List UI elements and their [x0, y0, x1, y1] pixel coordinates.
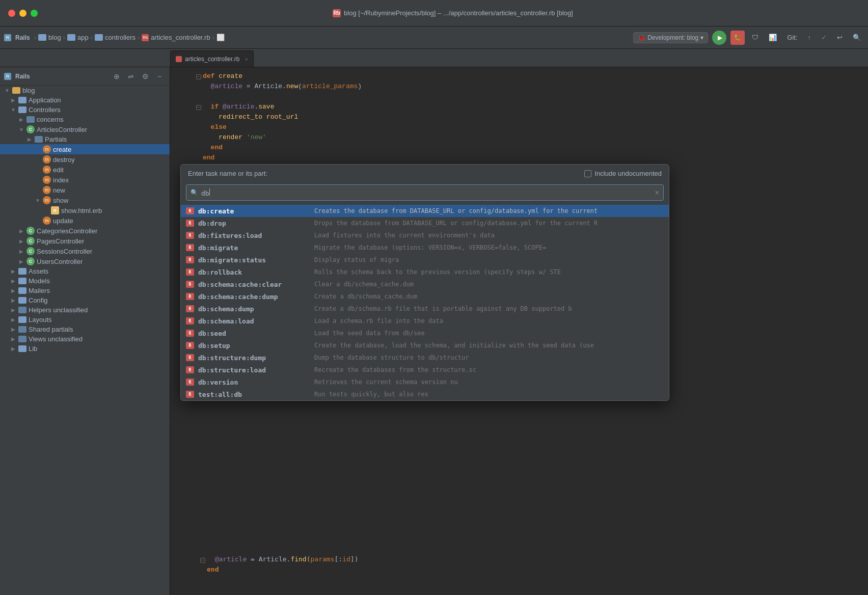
add-button[interactable]: ⊕: [111, 70, 123, 83]
editor-area[interactable]: − def create @article = Article.new(arti…: [170, 67, 868, 595]
mailers-label: Mailers: [29, 287, 50, 294]
search-input[interactable]: db: [201, 188, 652, 197]
sidebar-item-partials[interactable]: Partials: [0, 134, 170, 144]
popup-title: Enter task name or its part:: [188, 170, 267, 177]
concerns-folder-icon: [26, 116, 35, 123]
sidebar-item-controllers[interactable]: Controllers: [0, 105, 170, 115]
result-item[interactable]: db:schema:loadLoad a schema.rb file into…: [181, 315, 669, 327]
result-description: Migrate the database (options: VERSION=x…: [314, 244, 546, 251]
show-method-icon: [43, 196, 51, 204]
breadcrumb-file[interactable]: articles_controller.rb: [151, 34, 210, 41]
models-folder-icon: [18, 278, 26, 284]
sidebar-item-categories-controller[interactable]: CategoriesController: [0, 226, 170, 236]
debug-button[interactable]: 🐛: [730, 31, 745, 45]
sidebar-item-create[interactable]: create: [0, 144, 170, 154]
bug-icon: 🐞: [638, 34, 645, 41]
breadcrumb-blog[interactable]: blog: [48, 34, 61, 41]
collapse-button[interactable]: −: [153, 70, 166, 83]
sidebar-item-shared-partials[interactable]: Shared partials: [0, 324, 170, 334]
search-clear-button[interactable]: ×: [655, 188, 659, 197]
search-row: 🔍 db ×: [181, 182, 669, 205]
sidebar-item-application[interactable]: Application: [0, 95, 170, 105]
breadcrumb-app[interactable]: app: [77, 34, 89, 41]
sidebar-item-users-controller[interactable]: UsersController: [0, 256, 170, 266]
maximize-button[interactable]: [31, 10, 38, 17]
result-item[interactable]: db:rollbackRolls the schema back to the …: [181, 266, 669, 278]
sidebar-item-config[interactable]: Config: [0, 295, 170, 305]
lib-folder-icon: [18, 345, 26, 352]
result-item[interactable]: db:schema:cache:clearClear a db/schema_c…: [181, 278, 669, 290]
sidebar-item-destroy[interactable]: destroy: [0, 154, 170, 165]
sidebar-item-concerns[interactable]: concerns: [0, 115, 170, 124]
result-item[interactable]: db:migrateMigrate the database (options:…: [181, 241, 669, 254]
settings-button[interactable]: ⚙: [139, 70, 151, 83]
search-box[interactable]: 🔍 db ×: [186, 184, 664, 201]
sidebar-item-articles-controller[interactable]: ArticlesController: [0, 124, 170, 134]
result-item[interactable]: db:structure:dumpDump the database struc…: [181, 351, 669, 364]
run-button[interactable]: [712, 31, 726, 45]
sidebar-item-lib[interactable]: Lib: [0, 344, 170, 354]
run-config-selector[interactable]: 🐞 Development: blog ▾: [633, 32, 708, 43]
create-method-icon: [43, 145, 51, 153]
minimize-button[interactable]: [19, 10, 26, 17]
sidebar-item-sessions-controller[interactable]: SessionsController: [0, 246, 170, 256]
undocumented-label: Include undocumented: [594, 170, 662, 177]
tree-root-blog[interactable]: blog: [0, 86, 170, 95]
update-method-icon: [43, 217, 51, 225]
result-item[interactable]: db:migrate:statusDisplay status of migra: [181, 254, 669, 266]
result-item[interactable]: db:schema:dumpCreate a db/schema.rb file…: [181, 303, 669, 315]
code-line-7: render 'new': [170, 132, 868, 143]
sidebar[interactable]: R Rails ⊕ ⇌ ⚙ − blog Application Control…: [0, 67, 170, 595]
coverage-button[interactable]: 🛡: [749, 33, 762, 42]
git-push-button[interactable]: ↑: [805, 33, 815, 42]
models-arrow: [10, 278, 16, 284]
result-item[interactable]: db:seedLoad the seed data from db/see: [181, 327, 669, 339]
sidebar-item-helpers[interactable]: Helpers unclassified: [0, 305, 170, 315]
profiler-button[interactable]: 📊: [766, 33, 780, 42]
result-description: Load fixtures into the current environme…: [314, 232, 495, 239]
result-item[interactable]: db:schema:cache:dumpCreate a db/schema_c…: [181, 290, 669, 303]
git-undo-button[interactable]: ↩: [834, 33, 846, 42]
sidebar-item-assets[interactable]: Assets: [0, 266, 170, 276]
include-undocumented-checkbox[interactable]: [584, 170, 591, 177]
result-name: db:rollback: [198, 268, 310, 276]
chevron-down-icon: ▾: [700, 34, 703, 41]
result-item[interactable]: db:fixtures:loadLoad fixtures into the c…: [181, 229, 669, 241]
sidebar-item-pages-controller[interactable]: PagesController: [0, 236, 170, 246]
tab-close-button[interactable]: ×: [245, 56, 248, 62]
sidebar-item-index[interactable]: index: [0, 175, 170, 185]
git-check-button[interactable]: ✓: [818, 33, 830, 42]
close-button[interactable]: [8, 10, 15, 17]
breadcrumb-controllers[interactable]: controllers: [105, 34, 135, 41]
sidebar-item-edit[interactable]: edit: [0, 165, 170, 175]
fold-marker-3[interactable]: −: [200, 558, 205, 563]
fold-marker[interactable]: −: [196, 74, 201, 79]
scroll-from-source-button[interactable]: ⇌: [125, 70, 137, 83]
sidebar-item-show-erb[interactable]: R show.html.erb: [0, 205, 170, 215]
result-item[interactable]: db:createCreates the database from DATAB…: [181, 205, 669, 217]
sidebar-item-views[interactable]: Views unclassified: [0, 334, 170, 344]
layouts-arrow: [10, 317, 16, 323]
result-item[interactable]: db:versionRetrieves the current schema v…: [181, 376, 669, 388]
result-item[interactable]: db:setupCreate the database, load the sc…: [181, 339, 669, 351]
tab-articles-controller[interactable]: articles_controller.rb ×: [170, 50, 254, 67]
sidebar-item-models[interactable]: Models: [0, 276, 170, 286]
rails-label: Rails: [13, 34, 32, 41]
result-item[interactable]: db:dropDrops the database from DATABASE_…: [181, 217, 669, 229]
search-value: db: [201, 190, 209, 197]
search-everywhere-button[interactable]: 🔍: [850, 33, 864, 42]
result-item[interactable]: test:all:dbRun tests quickly, but also r…: [181, 388, 669, 400]
config-folder-icon: [18, 297, 26, 304]
breadcrumb: R Rails › blog › app › controllers › Rb …: [4, 34, 631, 41]
results-list[interactable]: db:createCreates the database from DATAB…: [181, 205, 669, 400]
result-rails-icon: [186, 293, 194, 300]
index-method-icon: [43, 176, 51, 184]
sidebar-item-mailers[interactable]: Mailers: [0, 286, 170, 295]
result-item[interactable]: db:structure:loadRecreate the databases …: [181, 364, 669, 376]
task-dialog[interactable]: Enter task name or its part: Include und…: [180, 164, 669, 401]
sidebar-item-update[interactable]: update: [0, 215, 170, 226]
fold-marker-2[interactable]: −: [196, 105, 201, 110]
sidebar-item-new[interactable]: new: [0, 185, 170, 195]
sidebar-item-layouts[interactable]: Layouts: [0, 315, 170, 324]
sidebar-item-show[interactable]: show: [0, 195, 170, 205]
